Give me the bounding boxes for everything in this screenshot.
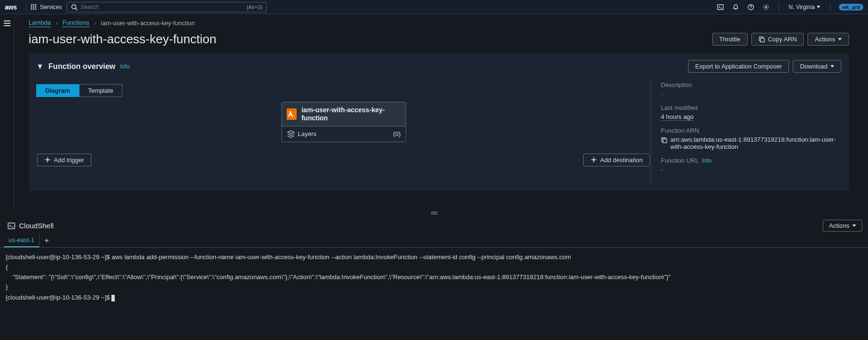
download-dropdown[interactable]: Download [793,60,841,73]
copy-arn-label: Copy ARN [768,36,797,43]
settings-icon-btn[interactable] [759,2,773,12]
view-tabs: Diagram Template [36,84,651,97]
svg-rect-22 [663,139,667,143]
copy-arn-button[interactable]: Copy ARN [751,33,804,46]
svg-point-9 [72,4,76,9]
add-destination-button[interactable]: Add destination [583,154,650,166]
region-selector[interactable]: N. Virginia [785,4,824,10]
cloudshell-icon-btn[interactable] [714,2,727,12]
layers-icon [287,130,295,138]
terminal-icon [717,4,724,10]
breadcrumb-separator: › [94,19,96,27]
overview-title: Function overview [49,62,115,71]
cloudshell-actions-dropdown[interactable]: Actions [823,220,862,232]
function-node-header: iam-user-with-access-key-function [282,102,406,126]
chevron-down-icon [830,65,834,68]
grid-icon [30,4,37,10]
sidebar-toggle-col [0,14,14,209]
panel-splitter[interactable] [0,209,868,217]
overview-actions: Export to Application Composer Download [688,60,841,73]
svg-rect-4 [33,6,34,8]
cloudshell-tab-region[interactable]: us-east-1 [4,233,40,247]
function-arn-value: arn:aws:lambda:us-east-1:891377319218:fu… [661,136,841,150]
layers-label: Layers [298,130,317,137]
overview-info-link[interactable]: Info [120,63,130,70]
notifications-icon-btn[interactable] [729,2,742,12]
search-box[interactable]: [Alt+S] [67,2,267,12]
services-label: Services [40,4,62,10]
download-label: Download [800,63,828,70]
function-arn-label: Function ARN [661,127,841,134]
function-overview-panel: ▼ Function overview Info Export to Appli… [29,53,849,191]
nav-divider [26,3,27,11]
description-value: - [661,90,841,97]
cloudshell-title: CloudShell [19,222,54,230]
copy-icon[interactable] [661,137,668,144]
chevron-down-icon [852,224,856,227]
account-badge[interactable]: wk_prd [839,4,863,10]
add-destination-label: Add destination [600,156,643,164]
diagram-buttons-row: Add trigger Add destination [36,154,651,166]
cloudshell-terminal[interactable]: [cloudshell-user@ip-10-136-53-29 ~]$ aws… [0,248,868,308]
nav-divider [778,3,779,11]
plus-icon [44,156,51,163]
aws-logo[interactable]: aws [5,3,17,11]
page-title: iam-user-with-access-key-function [29,32,216,47]
breadcrumb: Lambda › Functions › iam-user-with-acces… [29,19,849,27]
page-content: Lambda › Functions › iam-user-with-acces… [14,14,868,209]
tab-template[interactable]: Template [79,84,122,97]
help-icon-btn[interactable] [744,2,758,12]
search-input[interactable] [80,4,247,10]
actions-dropdown[interactable]: Actions [808,33,849,46]
help-icon [748,4,754,10]
actions-label: Actions [815,36,835,43]
function-url-label: Function URL Info [661,157,841,164]
collapse-caret-icon: ▼ [36,62,44,71]
function-arn-text: arn:aws:lambda:us-east-1:891377319218:fu… [670,136,841,150]
services-menu[interactable]: Services [30,4,62,10]
svg-rect-11 [718,4,723,10]
plus-icon [590,156,597,163]
search-shortcut-hint: [Alt+S] [247,4,262,10]
cloudshell-header: CloudShell Actions [0,217,868,233]
export-app-composer-button[interactable]: Export to Application Composer [688,60,789,73]
terminal-cursor [111,295,115,301]
region-label: N. Virginia [788,4,815,10]
svg-rect-3 [31,6,32,8]
copy-icon [758,36,765,43]
svg-point-13 [766,6,768,8]
terminal-output: [cloudshell-user@ip-10-136-53-29 ~]$ aws… [6,253,671,301]
layers-count: (0) [393,130,401,137]
breadcrumb-current: iam-user-with-access-key-function [101,19,195,27]
last-modified-value: 4 hours ago [661,113,841,120]
nav-divider [830,3,830,11]
diagram-pane: Diagram Template iam-user-with-access-ke… [36,79,651,185]
description-label: Description [661,81,841,88]
breadcrumb-lambda[interactable]: Lambda [29,19,51,27]
layers-row[interactable]: Layers (0) [282,126,406,142]
function-diagram-node[interactable]: iam-user-with-access-key-function Layers… [281,102,406,142]
overview-body: Diagram Template iam-user-with-access-ke… [36,79,841,185]
overview-title-group[interactable]: ▼ Function overview Info [36,62,130,71]
bell-icon [732,4,739,10]
header-actions: Throttle Copy ARN Actions [712,33,849,46]
add-trigger-button[interactable]: Add trigger [37,154,91,166]
breadcrumb-separator: › [56,19,58,27]
svg-rect-6 [31,8,32,10]
throttle-button[interactable]: Throttle [712,33,748,46]
chevron-down-icon [817,6,820,8]
tab-diagram[interactable]: Diagram [36,84,79,97]
function-url-info-link[interactable]: Info [702,157,711,164]
breadcrumb-functions[interactable]: Functions [62,19,89,27]
cloudshell-title-group: CloudShell [8,222,54,230]
svg-rect-17 [760,38,764,42]
hamburger-icon[interactable] [3,20,11,27]
top-navigation: aws Services [Alt+S] N. Virginia wk_prd [0,0,868,14]
cloudshell-tabs: us-east-1 + [0,233,868,248]
svg-rect-1 [33,4,34,5]
cloudshell-panel: CloudShell Actions us-east-1 + [cloudshe… [0,217,868,308]
function-info-pane: Description - Last modified 4 hours ago … [651,79,841,185]
page-header: iam-user-with-access-key-function Thrott… [29,32,849,47]
cloudshell-new-tab[interactable]: + [40,234,53,247]
chevron-down-icon [838,38,842,40]
